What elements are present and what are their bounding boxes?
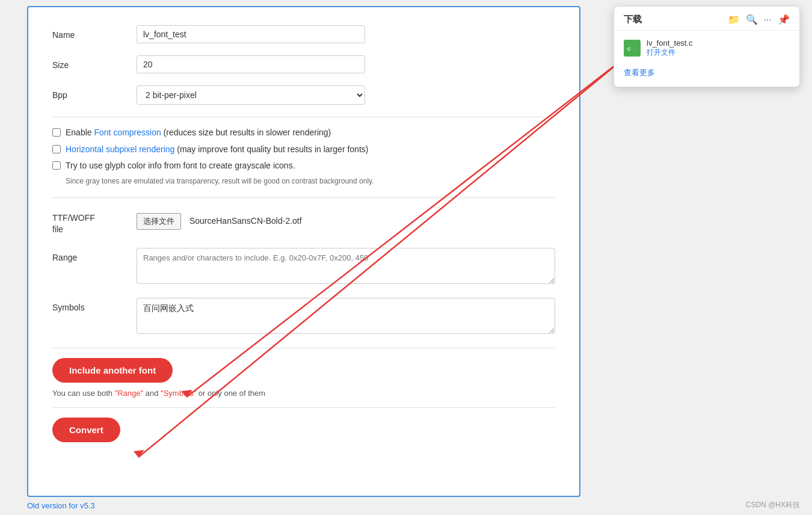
subpixel-rendering-link[interactable]: Horizontal subpixel rendering	[66, 144, 174, 154]
hint-range-quote: "Range"	[115, 389, 144, 398]
svg-text:C: C	[627, 46, 631, 52]
include-font-section: Include another font	[52, 358, 555, 383]
glyph-color-note: Since gray tones are emulated via transp…	[66, 177, 555, 185]
main-form-panel: Name Size Bpp 2 bit-per-pixel 4 bit-per-…	[27, 6, 580, 497]
popup-search-icon[interactable]: 🔍	[746, 14, 758, 25]
checkbox3-row: Try to use glyph color info from font to…	[52, 160, 555, 172]
bpp-select[interactable]: 2 bit-per-pixel 4 bit-per-pixel 8 bit-pe…	[137, 85, 365, 105]
checkbox3-label: Try to use glyph color info from font to…	[66, 160, 295, 172]
range-row: Range	[52, 248, 555, 286]
hint-text: You can use both "Range" and "Symbols" o…	[52, 389, 555, 398]
popup-file-name: lv_font_test.c	[647, 39, 693, 48]
ttf-label: TTF/WOFFfile	[52, 208, 137, 236]
size-input[interactable]	[137, 55, 365, 73]
ttf-choose-file-button[interactable]: 选择文件	[137, 213, 181, 230]
popup-pin-icon[interactable]: 📌	[778, 14, 790, 25]
popup-file-row: C lv_font_test.c 打开文件	[614, 31, 799, 65]
size-row: Size	[52, 55, 555, 73]
name-input[interactable]	[137, 25, 365, 43]
convert-button[interactable]: Convert	[52, 418, 120, 442]
popup-folder-icon[interactable]: 📁	[728, 14, 740, 25]
popup-header: 下载 📁 🔍 ··· 📌	[614, 7, 799, 31]
symbols-textarea[interactable]: 百问网嵌入式	[137, 298, 555, 334]
popup-icons-group: 📁 🔍 ··· 📌	[728, 14, 790, 25]
checkbox1-label: Enable Font compression (reduces size bu…	[66, 127, 331, 139]
popup-view-more-link[interactable]: 查看更多	[614, 65, 799, 87]
popup-more-icon[interactable]: ···	[764, 14, 772, 25]
name-label: Name	[52, 25, 137, 40]
checkboxes-section: Enable Font compression (reduces size bu…	[52, 127, 555, 185]
popup-title: 下载	[624, 14, 642, 25]
hint-symbols-quote: "Symbols"	[161, 389, 196, 398]
ttf-filename: SourceHanSansCN-Bold-2.otf	[189, 216, 302, 226]
font-compression-checkbox[interactable]	[52, 128, 61, 137]
name-row: Name	[52, 25, 555, 43]
old-version-link[interactable]: Old version for v5.3	[27, 501, 95, 510]
bpp-label: Bpp	[52, 85, 137, 100]
font-compression-link[interactable]: Font compression	[94, 128, 161, 137]
subpixel-rendering-checkbox[interactable]	[52, 145, 61, 153]
popup-open-file-link[interactable]: 打开文件	[647, 48, 790, 58]
watermark: CSDN @HX科技	[746, 500, 800, 510]
range-textarea[interactable]	[137, 248, 555, 284]
include-another-font-button[interactable]: Include another font	[52, 358, 173, 383]
size-label: Size	[52, 55, 137, 70]
ttf-file-control: 选择文件 SourceHanSansCN-Bold-2.otf	[137, 213, 302, 230]
range-label: Range	[52, 248, 137, 262]
popup-file-icon: C	[624, 40, 641, 57]
convert-section: Convert	[52, 418, 555, 442]
download-popup: 下载 📁 🔍 ··· 📌 C lv_font_test.c 打开文件 查看更多	[614, 6, 800, 87]
bpp-row: Bpp 2 bit-per-pixel 4 bit-per-pixel 8 bi…	[52, 85, 555, 105]
popup-file-info: lv_font_test.c 打开文件	[647, 38, 790, 58]
glyph-color-checkbox[interactable]	[52, 161, 61, 170]
ttf-file-row: TTF/WOFFfile 选择文件 SourceHanSansCN-Bold-2…	[52, 208, 555, 236]
symbols-row: Symbols 百问网嵌入式	[52, 298, 555, 336]
checkbox1-row: Enable Font compression (reduces size bu…	[52, 127, 555, 139]
symbols-label: Symbols	[52, 298, 137, 312]
checkbox2-label: Horizontal subpixel rendering (may impro…	[66, 144, 368, 156]
checkbox2-row: Horizontal subpixel rendering (may impro…	[52, 144, 555, 156]
